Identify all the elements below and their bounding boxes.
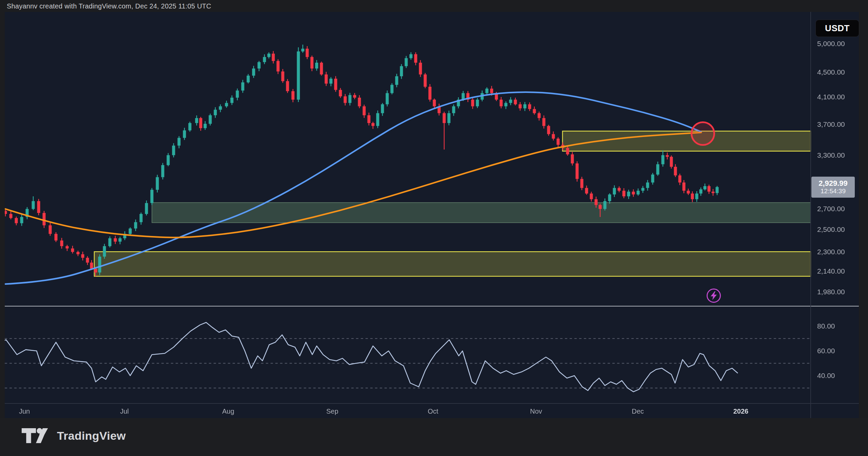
price-tick-label: 4,100.00 xyxy=(817,93,845,101)
price-tick-label: 2,300.00 xyxy=(817,248,845,256)
price-tick-label: 2,500.00 xyxy=(817,225,845,234)
tradingview-chart-export: Shayannv created with TradingView.com, D… xyxy=(0,0,868,456)
last-price-badge: 2,929.99 12:54:39 xyxy=(811,177,855,198)
time-tick-label: Jul xyxy=(120,408,129,415)
time-tick-label: Nov xyxy=(530,408,542,415)
price-tick-label: 2,700.00 xyxy=(817,205,845,213)
time-tick-label: Sep xyxy=(326,408,338,415)
rsi-tick-label: 60.00 xyxy=(817,347,835,355)
rsi-tick-label: 80.00 xyxy=(817,322,835,330)
footer: TradingView xyxy=(0,418,868,456)
cross-highlight-annotation[interactable] xyxy=(691,121,715,146)
tradingview-logo[interactable]: TradingView xyxy=(21,428,126,444)
price-tick-label: 1,980.00 xyxy=(817,288,845,296)
price-tick-label: 2,140.00 xyxy=(817,267,845,275)
watermark-title: Shayannv created with TradingView.com, D… xyxy=(7,2,211,10)
time-tick-label: Dec xyxy=(632,408,644,415)
price-tick-label: 3,300.00 xyxy=(817,151,845,159)
chart-widget: 5,000.004,500.004,100.003,700.003,300.00… xyxy=(5,12,859,418)
quote-currency-badge[interactable]: USDT xyxy=(815,20,859,37)
time-tick-label: 2026 xyxy=(733,408,749,415)
price-tick-label: 4,500.00 xyxy=(817,68,845,76)
tradingview-logo-text: TradingView xyxy=(57,429,126,442)
time-tick-label: Oct xyxy=(428,408,438,415)
last-price-value: 2,929.99 xyxy=(818,179,848,187)
chart-canvas[interactable] xyxy=(5,12,859,418)
quote-currency-label: USDT xyxy=(825,23,850,34)
bar-close-countdown: 12:54:39 xyxy=(821,187,846,195)
price-tick-label: 5,000.00 xyxy=(817,40,845,48)
time-tick-label: Jun xyxy=(19,408,30,415)
rsi-tick-label: 40.00 xyxy=(817,372,835,380)
flash-icon[interactable] xyxy=(707,289,721,303)
time-tick-label: Aug xyxy=(222,408,234,415)
lightning-bolt-icon xyxy=(710,291,717,300)
tradingview-logo-icon xyxy=(21,428,51,444)
price-tick-label: 3,700.00 xyxy=(817,120,845,128)
